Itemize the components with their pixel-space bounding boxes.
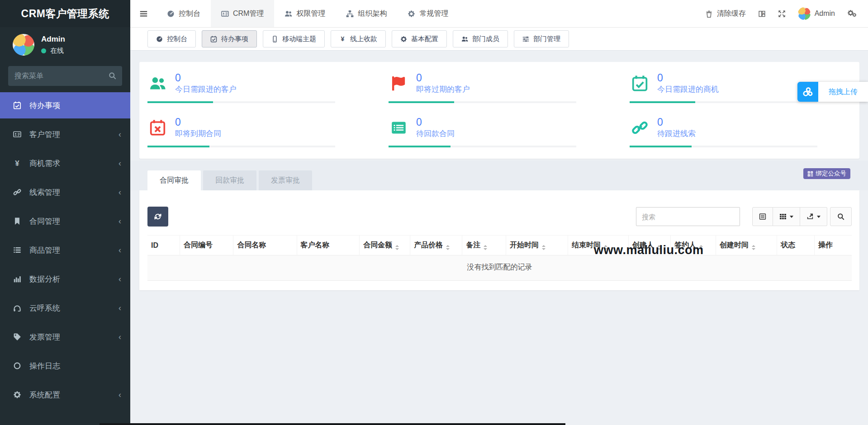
col-contract-amount[interactable]: 合同金额 [360,236,410,255]
bookmark-icon [13,217,28,225]
progress-bar [630,146,817,147]
chevron-left-icon: ‹ [119,159,121,167]
col-status[interactable]: 状态 [777,236,815,255]
col-create-time[interactable]: 创建时间 [716,236,777,255]
quick-btn-todo[interactable]: 待办事项 [202,30,257,47]
sidebar-item-invoices[interactable]: 发票管理‹ [0,324,130,350]
col-id[interactable]: ID [147,236,180,255]
drag-upload-widget[interactable]: 拖拽上传 [797,82,868,102]
tab-payment-approval[interactable]: 回款审批 [203,170,256,190]
language-button[interactable] [758,10,766,18]
quick-btn-dept-manage[interactable]: 部门管理 [514,30,569,47]
stat-value: 0 [657,72,719,84]
search-icon[interactable] [109,72,116,81]
tab-contract-approval[interactable]: 合同审批 [147,170,201,190]
fullscreen-button[interactable] [778,10,786,18]
quick-btn-dashboard[interactable]: 控制台 [147,30,196,47]
sidebar-item-opportunities[interactable]: 商机需求‹ [0,150,130,176]
cloud-upload-icon[interactable] [797,82,818,102]
col-actions[interactable]: 操作 [814,236,852,255]
nav-tab-permissions[interactable]: 权限管理 [274,0,336,27]
horizontal-scrollbar[interactable] [100,423,565,425]
nav-tab-general[interactable]: 常规管理 [397,0,459,27]
flag-icon [389,75,408,92]
progress-bar [147,146,335,147]
stats-panel: 0 今日需跟进的客户 0 即将过期的客户 0 今日需跟进的商机 0 即将到期合同… [139,62,859,159]
nav-tab-org[interactable]: 组织架构 [336,0,397,27]
progress-bar [147,101,335,103]
quick-btn-online-payment[interactable]: 线上收款 [331,30,386,47]
sort-icon[interactable] [484,245,487,250]
stat-label: 待回款合同 [416,128,455,139]
bind-official-account-button[interactable]: 绑定公众号 [803,168,851,179]
columns-grid-icon [779,213,787,220]
chevron-left-icon: ‹ [119,130,121,138]
table-view-buttons [752,207,827,226]
col-start-time[interactable]: 开始时间 [506,236,568,255]
col-product-price[interactable]: 产品价格 [410,236,462,255]
calendar-check-icon [630,75,650,92]
sort-icon[interactable] [446,245,450,250]
sort-icon[interactable] [542,245,545,250]
menu-search-input[interactable] [8,66,122,86]
navbar-user-name: Admin [815,9,835,18]
trash-icon [705,10,713,18]
watermark: www.maliuliu.com [594,243,704,257]
stat-card-expiring-contracts[interactable]: 0 即将到期合同 [139,112,380,156]
sidebar-item-contracts[interactable]: 合同管理‹ [0,208,130,234]
advanced-search-button[interactable] [830,207,852,226]
avatar[interactable] [13,34,34,56]
approval-tab-strip: 合同审批 回款审批 发票审批 绑定公众号 [130,161,868,190]
chevron-left-icon: ‹ [119,217,121,225]
table-search-input[interactable] [636,207,740,226]
clear-cache-button[interactable]: 清除缓存 [705,9,746,19]
user-menu[interactable]: Admin [798,7,835,20]
sitemap-icon [346,10,354,18]
chevron-left-icon: ‹ [119,188,121,196]
sidebar-item-cloudcall[interactable]: 云呼系统‹ [0,295,130,321]
sidebar-item-settings[interactable]: 系统配置‹ [0,382,130,408]
sidebar-item-todo[interactable]: 待办事项 [0,92,130,118]
settings-button[interactable] [847,9,857,18]
stat-value: 0 [416,116,455,128]
stat-card-expiring-customers[interactable]: 0 即将过期的客户 [380,67,621,112]
sidebar-item-customers[interactable]: 客户管理‹ [0,121,130,147]
hamburger-icon[interactable] [130,0,157,27]
refresh-button[interactable] [147,207,168,227]
chevron-left-icon: ‹ [119,333,121,341]
calendar-check-icon [210,36,217,42]
sidebar-item-analytics[interactable]: 数据分析‹ [0,266,130,292]
sort-icon[interactable] [395,245,399,250]
nav-tab-crm[interactable]: CRM管理 [211,0,274,27]
quick-btn-mobile-theme[interactable]: 移动端主题 [263,30,325,47]
col-contract-name[interactable]: 合同名称 [233,236,297,255]
sidebar-item-logs[interactable]: 操作日志 [0,353,130,379]
col-contract-no[interactable]: 合同编号 [180,236,233,255]
columns-button[interactable] [773,207,800,226]
qr-code-icon [807,171,813,177]
chevron-left-icon: ‹ [119,275,121,283]
quick-btn-dept-members[interactable]: 部门成员 [453,30,508,47]
sort-icon[interactable] [752,245,755,250]
online-dot-icon [41,48,46,53]
stat-card-followup-customers[interactable]: 0 今日需跟进的客户 [139,67,380,112]
language-icon [758,10,766,18]
col-customer-name[interactable]: 客户名称 [297,236,360,255]
sidebar-item-leads[interactable]: 线索管理‹ [0,179,130,205]
col-remark[interactable]: 备注 [462,236,506,255]
search-icon [837,213,844,220]
expand-icon [778,10,786,18]
user-name: Admin [41,34,65,44]
id-card-icon [13,130,28,138]
sidebar-item-products[interactable]: 商品管理‹ [0,237,130,263]
navbar-right: 清除缓存 Admin [705,0,868,27]
nav-tab-dashboard[interactable]: 控制台 [157,0,211,27]
caret-down-icon [817,216,821,218]
approval-tabs: 合同审批 回款审批 发票审批 [147,170,312,190]
stat-card-followup-leads[interactable]: 0 待跟进线索 [621,112,863,156]
stat-card-pending-payment-contracts[interactable]: 0 待回款合同 [380,112,621,156]
detail-view-button[interactable] [752,207,773,226]
quick-btn-basic-config[interactable]: 基本配置 [392,30,447,47]
tab-invoice-approval[interactable]: 发票审批 [259,170,312,190]
export-button[interactable] [800,207,827,226]
